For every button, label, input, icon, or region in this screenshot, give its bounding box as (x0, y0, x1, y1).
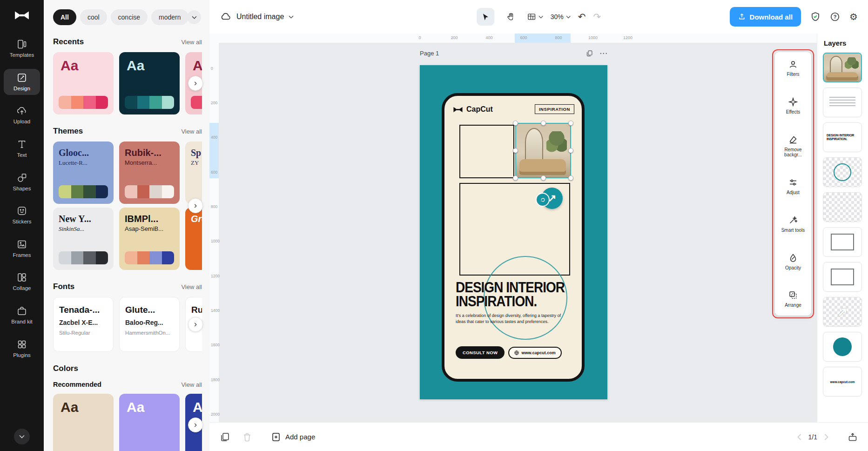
sidebar-item-brand-kit[interactable]: Brand kit (4, 302, 40, 329)
sidebar-item-shapes[interactable]: Shapes (4, 169, 40, 195)
layer-thumb-circle-outline[interactable] (823, 157, 862, 187)
sidebar-item-collage[interactable]: Collage (4, 269, 40, 295)
layer-thumb-headline[interactable]: DESIGN INTERIOR INSPIRATION. (823, 122, 862, 152)
layer-thumb-empty[interactable] (823, 192, 862, 222)
colors-view-all-link[interactable]: View all (181, 381, 202, 388)
swatch (83, 185, 96, 198)
prev-page-button[interactable] (797, 434, 801, 440)
zoom-control[interactable]: 30% (551, 13, 571, 20)
expand-panel-button[interactable] (848, 432, 858, 442)
themes-scroll-right-button[interactable]: › (188, 198, 203, 213)
document-title[interactable]: Untitled image (236, 13, 284, 21)
opacity-tool[interactable]: Opacity (776, 253, 810, 271)
grid-view-control[interactable] (527, 12, 543, 21)
redo-button[interactable]: ↷ (593, 12, 601, 21)
color-palette-card[interactable]: Aa (119, 394, 180, 451)
selection-handle[interactable] (513, 121, 518, 126)
layer-thumb-arrow[interactable]: ↗ (823, 297, 862, 327)
select-tool-button[interactable] (477, 8, 494, 26)
sidebar-item-text[interactable]: Text (4, 135, 40, 162)
recent-palette-card[interactable]: Aa (53, 52, 114, 114)
sidebar-item-templates[interactable]: Templates (4, 35, 40, 62)
sidebar-item-plugins[interactable]: Plugins (4, 336, 40, 362)
theme-card[interactable]: Rubik-... Montserra... (119, 141, 180, 204)
font-card[interactable]: Glute... Baloo-Reg... HammersmithOn... (119, 297, 180, 352)
poster-site-pill[interactable]: www.capcut.com (508, 347, 561, 359)
recents-scroll-right-button[interactable]: › (188, 76, 203, 91)
sidebar-item-design[interactable]: Design (4, 69, 40, 95)
fonts-view-all-link[interactable]: View all (181, 283, 202, 290)
replace-rotate-badge[interactable] (536, 193, 550, 207)
sidebar-item-upload[interactable]: Upload (4, 102, 40, 128)
hand-tool-button[interactable] (502, 8, 519, 26)
settings-gear-icon[interactable]: ⚙ (849, 12, 858, 21)
selection-handle[interactable] (568, 121, 573, 126)
chip-cool[interactable]: cool (80, 9, 107, 25)
opacity-icon (788, 253, 798, 263)
selection-handle[interactable] (541, 175, 546, 181)
adjust-tool[interactable]: Adjust (776, 178, 810, 195)
delete-page-button[interactable] (242, 432, 252, 442)
download-all-button[interactable]: Download all (730, 7, 801, 27)
poster-body-text[interactable]: It's a celebration of design diversity, … (456, 313, 564, 324)
color-palette-card[interactable]: Aa (53, 394, 114, 451)
selection-handle[interactable] (513, 148, 518, 153)
smart-tools-tool[interactable]: Smart tools (776, 215, 810, 233)
remove-background-tool[interactable]: Remove backgr... (776, 135, 810, 158)
capcut-logo-icon[interactable] (12, 7, 32, 23)
canvas-area[interactable]: 020040060080010001200 020040060080010001… (209, 34, 817, 422)
recents-view-all-link[interactable]: View all (181, 39, 202, 46)
effects-tool[interactable]: Effects (776, 97, 810, 115)
help-icon[interactable]: ? (830, 12, 840, 22)
recent-palette-card[interactable]: Aa (119, 52, 180, 114)
chip-concise[interactable]: concise (111, 9, 148, 25)
palette-swatches (125, 185, 174, 198)
layer-thumb-site-text[interactable]: www.capcut.com (823, 367, 862, 397)
next-page-button[interactable] (824, 434, 828, 440)
theme-card[interactable]: Sp ZY (185, 141, 202, 204)
selection-handle[interactable] (568, 175, 573, 181)
layer-thumb-photo[interactable] (823, 53, 862, 82)
duplicate-page-icon[interactable] (586, 50, 593, 57)
chips-expand-button[interactable] (187, 10, 201, 24)
project-cloud-icon[interactable] (220, 11, 232, 23)
add-page-button[interactable]: Add page (271, 432, 315, 442)
layer-thumb-paragraph[interactable] (823, 88, 862, 117)
selection-handle[interactable] (568, 148, 573, 153)
theme-card[interactable]: Gro (185, 208, 202, 270)
theme-card[interactable]: IBMPl... Asap-SemiB... (119, 208, 180, 270)
poster-empty-box[interactable] (459, 125, 514, 178)
plant-shape (546, 131, 567, 155)
sidebar-item-stickers[interactable]: Stickers (4, 202, 40, 229)
poster-frame[interactable]: CapCut INSPIRATION (442, 93, 585, 382)
selection-handle[interactable] (513, 175, 518, 181)
colors-scroll-right-button[interactable]: › (188, 417, 203, 432)
layer-thumb-box[interactable] (823, 262, 862, 292)
sidebar-item-label: Shapes (13, 186, 31, 192)
chip-modern[interactable]: modern (151, 9, 188, 25)
font-card[interactable]: Tenada-... Zacbel X-E... Stilu-Regular (53, 297, 114, 352)
poster-brand[interactable]: CapCut (453, 105, 493, 114)
poster-tag[interactable]: INSPIRATION (535, 104, 574, 114)
themes-view-all-link[interactable]: View all (181, 128, 202, 135)
duplicate-page-button[interactable] (220, 432, 230, 442)
layer-thumb-teal-circle[interactable] (823, 332, 862, 362)
fonts-scroll-right-button[interactable]: › (188, 317, 203, 332)
sidebar-item-frames[interactable]: Frames (4, 236, 40, 262)
poster-headline[interactable]: DESIGN INTERIOR INSPIRATION. (456, 280, 565, 309)
selection-handle[interactable] (541, 121, 546, 126)
filters-tool[interactable]: Filters (776, 60, 810, 77)
chip-all[interactable]: All (53, 9, 76, 25)
poster-cta-button[interactable]: CONSULT NOW (456, 346, 505, 359)
design-page[interactable]: CapCut INSPIRATION (420, 65, 607, 399)
undo-button[interactable]: ↶ (578, 12, 586, 21)
theme-card[interactable]: Glooc... Lucette-R... (53, 141, 114, 204)
rail-collapse-button[interactable] (14, 429, 30, 444)
privacy-shield-icon[interactable] (810, 12, 821, 22)
title-chevron-down-icon[interactable] (289, 15, 294, 19)
selected-image-element[interactable] (515, 123, 571, 178)
page-more-icon[interactable]: ⋯ (599, 49, 607, 57)
theme-card[interactable]: New Y... SinkinSa... (53, 208, 114, 270)
layer-thumb-box[interactable] (823, 227, 862, 257)
arrange-tool[interactable]: Arrange (776, 290, 810, 308)
